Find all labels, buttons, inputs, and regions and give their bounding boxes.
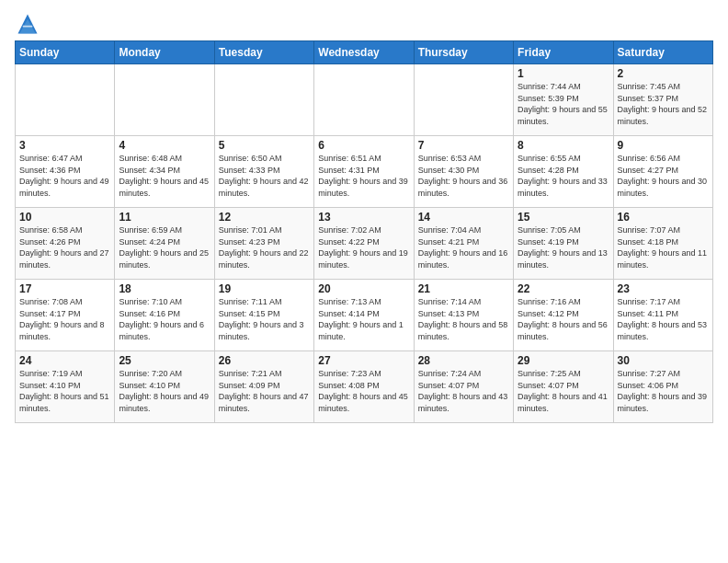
day-cell: 17Sunrise: 7:08 AM Sunset: 4:17 PM Dayli… [16,280,115,351]
day-number: 25 [119,354,210,367]
day-number: 14 [418,211,509,224]
day-number: 29 [518,354,609,367]
day-number: 2 [618,67,709,80]
day-cell: 16Sunrise: 7:07 AM Sunset: 4:18 PM Dayli… [613,208,712,280]
col-header-sunday: Sunday [16,41,115,64]
col-header-tuesday: Tuesday [214,41,313,64]
day-info: Sunrise: 7:44 AM Sunset: 5:39 PM Dayligh… [518,81,609,127]
day-cell [314,64,414,136]
header-row: SundayMondayTuesdayWednesdayThursdayFrid… [16,41,713,64]
day-info: Sunrise: 6:58 AM Sunset: 4:26 PM Dayligh… [19,224,110,270]
col-header-wednesday: Wednesday [314,41,414,64]
day-cell [414,64,513,136]
day-cell: 1Sunrise: 7:44 AM Sunset: 5:39 PM Daylig… [514,64,613,136]
day-number: 5 [219,139,310,152]
day-info: Sunrise: 7:20 AM Sunset: 4:10 PM Dayligh… [119,368,210,414]
header [15,11,713,37]
col-header-saturday: Saturday [613,41,712,64]
day-info: Sunrise: 7:45 AM Sunset: 5:37 PM Dayligh… [618,81,709,127]
week-row-3: 17Sunrise: 7:08 AM Sunset: 4:17 PM Dayli… [16,280,713,351]
day-cell: 6Sunrise: 6:51 AM Sunset: 4:31 PM Daylig… [314,136,414,208]
day-cell: 11Sunrise: 6:59 AM Sunset: 4:24 PM Dayli… [115,208,214,280]
day-cell: 4Sunrise: 6:48 AM Sunset: 4:34 PM Daylig… [115,136,214,208]
day-number: 28 [418,354,509,367]
day-info: Sunrise: 6:48 AM Sunset: 4:34 PM Dayligh… [119,153,210,199]
day-info: Sunrise: 7:08 AM Sunset: 4:17 PM Dayligh… [19,296,110,342]
logo-icon [15,11,40,37]
week-row-4: 24Sunrise: 7:19 AM Sunset: 4:10 PM Dayli… [16,351,713,423]
day-cell: 20Sunrise: 7:13 AM Sunset: 4:14 PM Dayli… [314,280,414,351]
day-info: Sunrise: 7:14 AM Sunset: 4:13 PM Dayligh… [418,296,509,342]
day-cell: 30Sunrise: 7:27 AM Sunset: 4:06 PM Dayli… [613,351,712,423]
week-row-2: 10Sunrise: 6:58 AM Sunset: 4:26 PM Dayli… [16,208,713,280]
page-container: SundayMondayTuesdayWednesdayThursdayFrid… [0,0,728,431]
day-number: 8 [518,139,609,152]
col-header-thursday: Thursday [414,41,513,64]
day-number: 26 [219,354,310,367]
day-info: Sunrise: 6:47 AM Sunset: 4:36 PM Dayligh… [19,153,110,199]
day-cell: 19Sunrise: 7:11 AM Sunset: 4:15 PM Dayli… [214,280,313,351]
day-number: 18 [119,282,210,295]
day-cell [115,64,214,136]
day-info: Sunrise: 7:16 AM Sunset: 4:12 PM Dayligh… [518,296,609,342]
day-cell: 25Sunrise: 7:20 AM Sunset: 4:10 PM Dayli… [115,351,214,423]
day-info: Sunrise: 7:10 AM Sunset: 4:16 PM Dayligh… [119,296,210,342]
day-cell: 27Sunrise: 7:23 AM Sunset: 4:08 PM Dayli… [314,351,414,423]
day-info: Sunrise: 6:53 AM Sunset: 4:30 PM Dayligh… [418,153,509,199]
day-info: Sunrise: 7:11 AM Sunset: 4:15 PM Dayligh… [219,296,310,342]
day-number: 11 [119,211,210,224]
day-cell: 21Sunrise: 7:14 AM Sunset: 4:13 PM Dayli… [414,280,513,351]
day-number: 15 [518,211,609,224]
day-cell: 23Sunrise: 7:17 AM Sunset: 4:11 PM Dayli… [613,280,712,351]
col-header-monday: Monday [115,41,214,64]
day-info: Sunrise: 7:23 AM Sunset: 4:08 PM Dayligh… [318,368,409,414]
day-cell: 24Sunrise: 7:19 AM Sunset: 4:10 PM Dayli… [16,351,115,423]
day-number: 30 [618,354,709,367]
day-number: 21 [418,282,509,295]
day-info: Sunrise: 6:50 AM Sunset: 4:33 PM Dayligh… [219,153,310,199]
day-number: 9 [618,139,709,152]
day-cell [16,64,115,136]
day-number: 1 [518,67,609,80]
day-info: Sunrise: 6:55 AM Sunset: 4:28 PM Dayligh… [518,153,609,199]
day-info: Sunrise: 7:24 AM Sunset: 4:07 PM Dayligh… [418,368,509,414]
col-header-friday: Friday [514,41,613,64]
day-info: Sunrise: 6:51 AM Sunset: 4:31 PM Dayligh… [318,153,409,199]
day-number: 22 [518,282,609,295]
day-cell: 15Sunrise: 7:05 AM Sunset: 4:19 PM Dayli… [514,208,613,280]
day-cell: 26Sunrise: 7:21 AM Sunset: 4:09 PM Dayli… [214,351,313,423]
day-cell: 18Sunrise: 7:10 AM Sunset: 4:16 PM Dayli… [115,280,214,351]
day-cell: 9Sunrise: 6:56 AM Sunset: 4:27 PM Daylig… [613,136,712,208]
day-cell: 14Sunrise: 7:04 AM Sunset: 4:21 PM Dayli… [414,208,513,280]
day-info: Sunrise: 7:19 AM Sunset: 4:10 PM Dayligh… [19,368,110,414]
day-number: 10 [19,211,110,224]
day-cell: 7Sunrise: 6:53 AM Sunset: 4:30 PM Daylig… [414,136,513,208]
day-cell: 28Sunrise: 7:24 AM Sunset: 4:07 PM Dayli… [414,351,513,423]
day-number: 24 [19,354,110,367]
day-info: Sunrise: 7:02 AM Sunset: 4:22 PM Dayligh… [318,224,409,270]
day-cell [214,64,313,136]
day-number: 19 [219,282,310,295]
day-info: Sunrise: 7:04 AM Sunset: 4:21 PM Dayligh… [418,224,509,270]
day-info: Sunrise: 7:21 AM Sunset: 4:09 PM Dayligh… [219,368,310,414]
day-info: Sunrise: 7:27 AM Sunset: 4:06 PM Dayligh… [618,368,709,414]
day-cell: 22Sunrise: 7:16 AM Sunset: 4:12 PM Dayli… [514,280,613,351]
day-cell: 10Sunrise: 6:58 AM Sunset: 4:26 PM Dayli… [16,208,115,280]
day-number: 20 [318,282,409,295]
day-cell: 8Sunrise: 6:55 AM Sunset: 4:28 PM Daylig… [514,136,613,208]
day-number: 3 [19,139,110,152]
week-row-1: 3Sunrise: 6:47 AM Sunset: 4:36 PM Daylig… [16,136,713,208]
day-cell: 2Sunrise: 7:45 AM Sunset: 5:37 PM Daylig… [613,64,712,136]
day-number: 27 [318,354,409,367]
day-number: 6 [318,139,409,152]
day-info: Sunrise: 6:56 AM Sunset: 4:27 PM Dayligh… [618,153,709,199]
day-info: Sunrise: 7:25 AM Sunset: 4:07 PM Dayligh… [518,368,609,414]
day-info: Sunrise: 7:01 AM Sunset: 4:23 PM Dayligh… [219,224,310,270]
day-cell: 29Sunrise: 7:25 AM Sunset: 4:07 PM Dayli… [514,351,613,423]
day-number: 17 [19,282,110,295]
day-info: Sunrise: 7:07 AM Sunset: 4:18 PM Dayligh… [618,224,709,270]
day-cell: 5Sunrise: 6:50 AM Sunset: 4:33 PM Daylig… [214,136,313,208]
day-info: Sunrise: 7:13 AM Sunset: 4:14 PM Dayligh… [318,296,409,342]
logo [15,11,44,37]
day-cell: 3Sunrise: 6:47 AM Sunset: 4:36 PM Daylig… [16,136,115,208]
